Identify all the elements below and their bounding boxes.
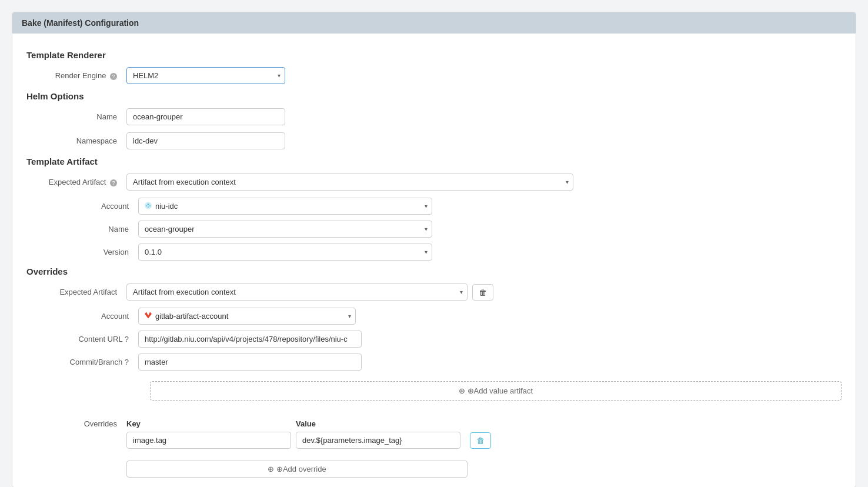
add-value-artifact-label: ⊕Add value artifact (468, 386, 533, 395)
template-expected-artifact-select[interactable]: Artifact from execution context (126, 174, 573, 191)
overrides-section-title: Overrides (26, 266, 842, 276)
add-override-container: ⊕ ⊕Add override (26, 457, 842, 478)
svg-marker-5 (145, 312, 152, 318)
helm-namespace-input[interactable] (126, 132, 285, 149)
svg-point-3 (146, 205, 147, 206)
overrides-row: 🗑 (26, 432, 842, 452)
helm-account-icon (144, 201, 152, 211)
helm-options-section-title: Helm Options (26, 91, 842, 101)
add-value-artifact-icon: ⊕ (459, 386, 465, 395)
template-account-label: Account (50, 202, 138, 211)
helm-namespace-row: Namespace (26, 132, 842, 149)
add-override-label: ⊕Add override (276, 465, 326, 473)
override-expected-artifact-label: Expected Artifact (26, 288, 126, 296)
template-expected-artifact-info-icon[interactable]: ? (110, 179, 117, 186)
template-version-label: Version (50, 248, 138, 256)
card-title: Bake (Manifest) Configuration (22, 18, 139, 28)
delete-icon: 🗑 (479, 288, 487, 297)
template-expected-artifact-select-wrapper: Artifact from execution context ▾ (126, 174, 573, 191)
content-url-info-icon[interactable]: ? (125, 335, 129, 343)
override-account-select[interactable]: gitlab-artifact-account (138, 308, 356, 325)
override-row-delete-button[interactable]: 🗑 (470, 432, 491, 449)
overrides-header: Overrides Key Value (26, 419, 842, 428)
gitlab-icon (144, 311, 152, 321)
overrides-columns: Key Value (126, 419, 460, 428)
svg-point-2 (148, 206, 149, 208)
override-value-input[interactable] (296, 432, 460, 449)
template-account-select[interactable]: niu-idc (138, 198, 432, 215)
template-version-select-wrapper: 0.1.0 ▾ (138, 243, 432, 261)
override-expected-artifact-row: Expected Artifact Artifact from executio… (26, 283, 842, 301)
override-commit-branch-row: Commit/Branch ? (26, 353, 842, 371)
override-expected-artifact-select[interactable]: Artifact from execution context (126, 283, 468, 301)
template-expected-artifact-row: Expected Artifact ? Artifact from execut… (26, 174, 842, 191)
override-account-select-wrapper: gitlab-artifact-account ▾ (138, 308, 356, 325)
svg-point-4 (149, 205, 151, 206)
template-name-row: Name ocean-grouper ▾ (26, 221, 842, 238)
template-artifact-section-title: Template Artifact (26, 156, 842, 166)
add-value-artifact-container: ⊕ ⊕Add value artifact (26, 376, 842, 410)
svg-point-1 (148, 204, 149, 205)
helm-name-row: Name (26, 108, 842, 125)
commit-branch-info-icon[interactable]: ? (125, 358, 129, 366)
template-version-row: Version 0.1.0 ▾ (26, 243, 842, 261)
override-content-url-row: Content URL ? (26, 331, 842, 348)
template-name-label: Name (50, 225, 138, 234)
page-container: Bake (Manifest) Configuration Template R… (0, 12, 868, 487)
main-card: Bake (Manifest) Configuration Template R… (12, 12, 856, 487)
value-column-header: Value (296, 419, 460, 428)
override-expected-artifact-select-wrapper: Artifact from execution context ▾ (126, 283, 468, 301)
override-content-url-input[interactable] (138, 331, 362, 348)
add-override-icon: ⊕ (268, 465, 274, 473)
override-commit-branch-label: Commit/Branch ? (50, 358, 138, 366)
override-data-row: 🗑 (126, 432, 491, 449)
card-header: Bake (Manifest) Configuration (12, 12, 856, 34)
override-key-input[interactable] (126, 432, 291, 449)
overrides-table-section: Overrides Key Value 🗑 (26, 419, 842, 478)
render-engine-label: Render Engine ? (26, 71, 126, 80)
render-engine-row: Render Engine ? HELM2 HELM3 KUSTOMIZE ▾ (26, 67, 842, 84)
add-value-artifact-button[interactable]: ⊕ ⊕Add value artifact (150, 381, 842, 401)
key-column-header: Key (126, 419, 291, 428)
helm-namespace-label: Namespace (26, 136, 126, 145)
template-expected-artifact-label: Expected Artifact ? (26, 178, 126, 186)
template-account-select-wrapper: niu-idc ▾ (138, 198, 432, 215)
render-engine-select-wrapper: HELM2 HELM3 KUSTOMIZE ▾ (126, 67, 285, 84)
template-name-select-wrapper: ocean-grouper ▾ (138, 221, 432, 238)
render-engine-info-icon[interactable]: ? (110, 73, 117, 80)
template-account-row: Account niu-idc ▾ (26, 198, 842, 215)
template-renderer-section-title: Template Renderer (26, 50, 842, 60)
svg-point-0 (145, 202, 152, 209)
template-version-select[interactable]: 0.1.0 (138, 243, 432, 261)
override-row-delete-icon: 🗑 (476, 436, 485, 445)
add-override-button[interactable]: ⊕ ⊕Add override (126, 461, 468, 478)
override-delete-button[interactable]: 🗑 (472, 284, 493, 301)
override-account-label: Account (50, 312, 138, 321)
override-account-row: Account gitlab-artifact-account ▾ (26, 308, 842, 325)
card-body: Template Renderer Render Engine ? HELM2 … (12, 34, 856, 487)
override-commit-branch-input[interactable] (138, 353, 362, 371)
overrides-row-label: Overrides (26, 419, 126, 428)
template-name-select[interactable]: ocean-grouper (138, 221, 432, 238)
helm-name-label: Name (26, 112, 126, 121)
render-engine-select[interactable]: HELM2 HELM3 KUSTOMIZE (126, 67, 285, 84)
override-content-url-label: Content URL ? (50, 335, 138, 343)
helm-name-input[interactable] (126, 108, 285, 125)
